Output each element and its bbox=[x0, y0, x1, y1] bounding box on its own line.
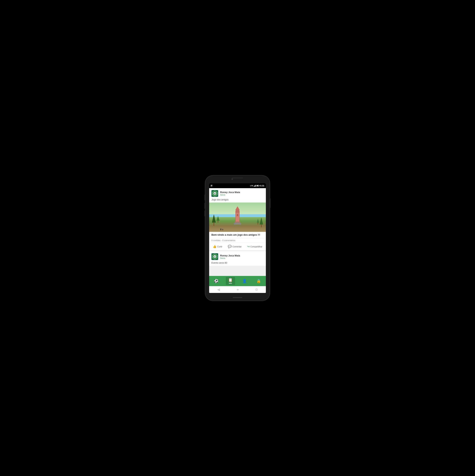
tree-trunk-3 bbox=[257, 222, 258, 224]
android-recents-button[interactable]: □ bbox=[256, 288, 257, 291]
post-text-1: Jogo dos amigos bbox=[209, 198, 266, 203]
phone-speaker-top bbox=[232, 177, 243, 179]
user-avatar-1 bbox=[211, 190, 218, 197]
tree-trunk-2 bbox=[218, 221, 218, 222]
like-icon: 👍 bbox=[213, 245, 217, 248]
monument bbox=[234, 206, 241, 224]
monument-platform bbox=[234, 223, 241, 224]
app-notification-icon: N bbox=[211, 184, 212, 187]
android-home-button[interactable]: ○ bbox=[237, 288, 238, 291]
trees-left bbox=[212, 214, 220, 226]
like-button[interactable]: 👍 Curtir bbox=[212, 244, 223, 249]
lock-icon: 🔒 bbox=[256, 279, 261, 283]
signal-bar-1 bbox=[254, 186, 254, 187]
comment-icon: 💬 bbox=[228, 245, 232, 248]
share-button[interactable]: ↪ Compartilhar bbox=[246, 244, 263, 249]
signal-bar-2 bbox=[254, 186, 255, 187]
tree-top-1 bbox=[212, 214, 216, 222]
post-username-1: Roney Joca Maia bbox=[220, 191, 240, 194]
user-avatar-2 bbox=[211, 253, 218, 260]
tree-3 bbox=[257, 219, 259, 227]
tree-top-3 bbox=[257, 219, 259, 222]
like-label: Curtir bbox=[217, 245, 222, 248]
nav-item-info[interactable]: 📋 Info bbox=[226, 277, 235, 285]
status-right: LTE 6:31 bbox=[250, 185, 264, 187]
person-silhouette-1 bbox=[221, 228, 221, 230]
person-silhouette-2 bbox=[222, 229, 223, 230]
lte-indicator: LTE bbox=[250, 185, 253, 187]
post-username-2: Roney Joca Maia bbox=[220, 254, 240, 257]
signal-bar-3 bbox=[255, 185, 255, 187]
post-text-2: Evento anos 80 bbox=[209, 262, 266, 266]
info-icon: 📋 bbox=[228, 278, 233, 282]
tree-4 bbox=[260, 217, 263, 227]
phone-screen: N LTE 6:31 bbox=[209, 183, 266, 293]
tree-1 bbox=[212, 214, 216, 226]
battery-body bbox=[256, 185, 259, 187]
post-role-1: Sócio bbox=[220, 194, 240, 196]
share-icon: ↪ bbox=[247, 245, 250, 248]
app-content: Roney Joca Maia Sócio Jogo dos amigos bbox=[209, 188, 266, 276]
tree-trunk-1 bbox=[214, 222, 214, 226]
post-actions-1[interactable]: 👍 Curtir 💬 Comentar ↪ Compartilhar bbox=[209, 243, 266, 250]
phone-camera bbox=[231, 178, 233, 180]
monument-arch bbox=[236, 210, 239, 212]
post-card-1: Roney Joca Maia Sócio Jogo dos amigos bbox=[209, 188, 266, 250]
post-header-1: Roney Joca Maia Sócio bbox=[209, 188, 266, 198]
trees-right bbox=[257, 217, 263, 227]
status-left: N bbox=[211, 184, 212, 187]
post-caption-1: Bem-vindo a mais um jogo dos amigos !!! bbox=[209, 232, 266, 238]
nav-item-lock[interactable]: 🔒 bbox=[254, 278, 263, 284]
share-label: Compartilhar bbox=[250, 245, 262, 248]
post-role-2: Sócio bbox=[220, 257, 240, 259]
phone-device: N LTE 6:31 bbox=[205, 176, 270, 301]
android-back-button[interactable]: ◁ bbox=[218, 288, 220, 291]
scene-illustration bbox=[209, 203, 266, 232]
monument-spire bbox=[235, 206, 240, 210]
comment-button[interactable]: 💬 Comentar bbox=[227, 244, 243, 249]
tree-top-4 bbox=[260, 217, 263, 224]
soccer-icon: ⚽ bbox=[214, 279, 219, 283]
phone-bottom-notch bbox=[233, 297, 242, 298]
post-user-info-2: Roney Joca Maia Sócio bbox=[220, 254, 240, 259]
post-image-1 bbox=[209, 203, 266, 232]
battery-fill bbox=[257, 185, 258, 186]
android-nav-bar: ◁ ○ □ bbox=[209, 286, 266, 293]
scene-people bbox=[221, 228, 223, 230]
monument-body bbox=[236, 212, 239, 222]
post-stats-1: 0 curtidas - 0 comentários bbox=[209, 238, 266, 243]
profile-icon: 👤 bbox=[242, 279, 247, 283]
signal-bar-4 bbox=[255, 185, 256, 187]
battery-tip bbox=[259, 185, 260, 186]
info-label: Info bbox=[229, 282, 232, 284]
nav-item-soccer[interactable]: ⚽ bbox=[212, 278, 221, 284]
post-header-2: Roney Joca Maia Sócio bbox=[209, 251, 266, 262]
status-time: 6:31 bbox=[260, 185, 264, 187]
comment-label: Comentar bbox=[232, 245, 241, 248]
monument-base bbox=[235, 222, 240, 223]
signal-bars-icon bbox=[254, 185, 256, 187]
battery-icon bbox=[256, 185, 260, 187]
bottom-nav: ⚽ 📋 Info 👤 🔒 bbox=[209, 276, 266, 286]
tree-top-2 bbox=[217, 216, 220, 221]
status-bar: N LTE 6:31 bbox=[209, 183, 266, 188]
tree-2 bbox=[217, 216, 220, 226]
post-user-info-1: Roney Joca Maia Sócio bbox=[220, 191, 240, 196]
tree-trunk-4 bbox=[261, 224, 262, 227]
nav-item-profile[interactable]: 👤 bbox=[240, 278, 249, 284]
post-card-2: Roney Joca Maia Sócio Evento anos 80 bbox=[209, 251, 266, 266]
